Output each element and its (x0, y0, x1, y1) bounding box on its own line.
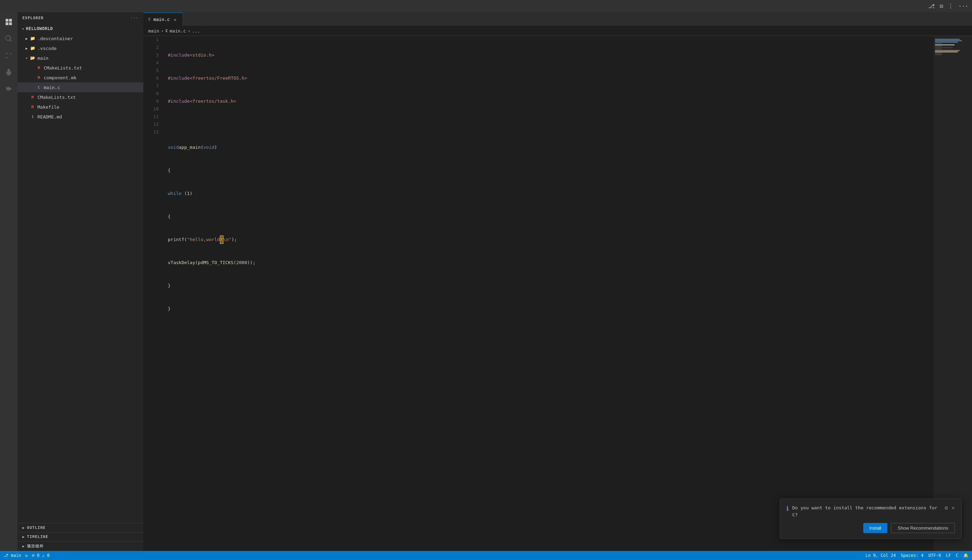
sidebar-timeline-section[interactable]: ▶ TIMELINE (17, 532, 143, 541)
sidebar-item-vscode[interactable]: ▶ 📁 .vscode (17, 43, 143, 53)
line-num-7: 7 (143, 82, 159, 90)
sidebar-item-makefile[interactable]: ▶ M Makefile (17, 102, 143, 112)
minimap-line-12 (935, 54, 942, 55)
breadcrumb-main[interactable]: main (148, 28, 159, 33)
makefile-icon: M (29, 104, 36, 110)
vscode-folder-icon: 📁 (29, 45, 36, 52)
status-language[interactable]: C (956, 553, 959, 558)
status-position[interactable]: Ln 9, Col 24 (865, 553, 896, 558)
main-folder-label: main (37, 55, 48, 61)
sidebar-item-component-mk[interactable]: ▶ M component.mk (17, 73, 143, 82)
tab-main-c[interactable]: C main.c ✕ (143, 13, 183, 26)
activity-debug[interactable] (2, 65, 16, 79)
timeline-arrow-icon: ▶ (22, 535, 25, 539)
activity-search[interactable] (2, 32, 16, 46)
notification-popup: ℹ Do you want to install the recommended… (780, 498, 962, 539)
sidebar-item-main-c[interactable]: ▶ C main.c (17, 82, 143, 92)
show-recommendations-button[interactable]: Show Recommendations (891, 523, 955, 533)
cmakelists-root-label: CMakeLists.txt (37, 95, 76, 100)
notification-top: ℹ Do you want to install the recommended… (786, 505, 955, 518)
component-mk-icon: M (36, 74, 42, 81)
activity-git[interactable] (2, 48, 16, 63)
status-branch[interactable]: ⎇ main (3, 553, 21, 558)
sidebar-more-icon[interactable]: ··· (130, 16, 139, 20)
activity-explorer[interactable] (2, 15, 16, 29)
code-line-4 (168, 120, 934, 128)
code-line-13 (168, 328, 934, 336)
svg-point-1 (10, 53, 12, 54)
minimap-line-11 (935, 53, 942, 54)
sidebar-item-readme[interactable]: ▶ ℹ README.md (17, 112, 143, 122)
status-errors[interactable]: ⊘ 0 ⚠ 0 (32, 553, 50, 558)
vscode-arrow: ▶ (24, 45, 29, 51)
project-label: 项目组件 (27, 543, 44, 549)
notification-actions: Install Show Recommendations (786, 523, 955, 533)
breadcrumb-sep2: › (188, 28, 191, 33)
tab-close-icon[interactable]: ✕ (173, 17, 177, 23)
sidebar-item-main-folder[interactable]: ▾ 📂 main (17, 53, 143, 63)
more-title-icon[interactable]: ··· (959, 3, 969, 10)
sidebar-item-devcontainer[interactable]: ▶ 📁 .devcontainer (17, 33, 143, 43)
notification-message: Do you want to install the recommended e… (792, 505, 941, 518)
sidebar-root-folder[interactable]: ▾ HELLOWORLD (17, 24, 143, 33)
sidebar-project-section[interactable]: ▶ 项目组件 (17, 541, 143, 551)
minimap (934, 36, 972, 551)
code-line-1: #include <stdio.h> (168, 52, 934, 59)
sidebar-item-cmakelists-root[interactable]: ▶ M CMakeLists.txt (17, 92, 143, 102)
activity-extensions[interactable] (2, 82, 16, 96)
notification-close-icon[interactable]: ✕ (951, 505, 955, 511)
component-mk-label: component.mk (44, 75, 77, 80)
minimap-line-8 (935, 48, 942, 50)
activity-bar (0, 12, 17, 551)
status-sync[interactable]: ↻ (25, 553, 28, 558)
main-folder-icon: 📂 (29, 55, 36, 61)
code-line-10: vTaskDelay(pdMS_TO_TICKS(2000)); (168, 259, 934, 267)
line-num-3: 3 (143, 52, 159, 59)
title-bar: ⎇ ⊡ ⋮ ··· (0, 0, 972, 12)
minimap-line-6 (935, 46, 942, 47)
minimap-content (934, 36, 972, 58)
notification-gear-icon[interactable]: ⚙ (945, 505, 948, 511)
status-notifications[interactable]: 🔔 (963, 553, 969, 558)
code-line-2: #include <freertos/FreeRTOS.h> (168, 74, 934, 82)
minimap-line-10 (935, 52, 958, 52)
breadcrumb-filename[interactable]: main.c (170, 28, 186, 33)
line-num-11: 11 (143, 113, 159, 120)
sidebar-outline-section[interactable]: ▶ OUTLINE (17, 523, 143, 532)
timeline-label: TIMELINE (27, 535, 48, 539)
outline-arrow-icon: ▶ (22, 526, 25, 530)
minimap-line-7 (935, 47, 953, 48)
status-spaces[interactable]: Spaces: 4 (901, 553, 923, 558)
minimap-line-2 (935, 40, 962, 41)
breadcrumb-c-icon: C (166, 28, 168, 33)
line-num-9: 9 (143, 97, 159, 105)
sidebar-item-cmakelists-main[interactable]: ▶ M CMakeLists.txt (17, 63, 143, 73)
code-content[interactable]: #include <stdio.h> #include <freertos/Fr… (164, 36, 934, 551)
devcontainer-arrow: ▶ (24, 36, 29, 41)
remote-icon[interactable]: ⎇ (928, 3, 935, 10)
minimap-line-5 (935, 44, 955, 45)
title-bar-icons: ⎇ ⊡ ⋮ ··· (928, 3, 969, 10)
install-button[interactable]: Install (863, 523, 888, 533)
readme-icon: ℹ (29, 113, 36, 120)
devcontainer-folder-icon: 📁 (29, 35, 36, 42)
code-line-7: while (1) (168, 190, 934, 197)
line-num-6: 6 (143, 74, 159, 82)
code-editor[interactable]: 1 2 3 4 5 6 7 8 9 10 11 12 13 (143, 36, 934, 551)
split-editor-icon[interactable]: ⋮ (948, 3, 954, 10)
svg-point-2 (6, 53, 7, 54)
code-line-9: printf("hello,world!\n"); (168, 236, 934, 243)
layout-icon[interactable]: ⊡ (940, 3, 943, 10)
outline-label: OUTLINE (27, 525, 45, 530)
status-line-ending[interactable]: LF (946, 553, 951, 558)
status-encoding[interactable]: UTF-8 (928, 553, 941, 558)
cmakelists-main-label: CMakeLists.txt (44, 65, 82, 70)
code-line-5: void app_main(void) (168, 143, 934, 151)
line-num-5: 5 (143, 67, 159, 74)
minimap-line-1 (935, 39, 960, 40)
line-num-2: 2 (143, 44, 159, 52)
code-line-8: { (168, 213, 934, 220)
readme-label: README.md (37, 114, 62, 120)
breadcrumb-more[interactable]: ... (192, 28, 200, 33)
line-num-12: 12 (143, 120, 159, 128)
